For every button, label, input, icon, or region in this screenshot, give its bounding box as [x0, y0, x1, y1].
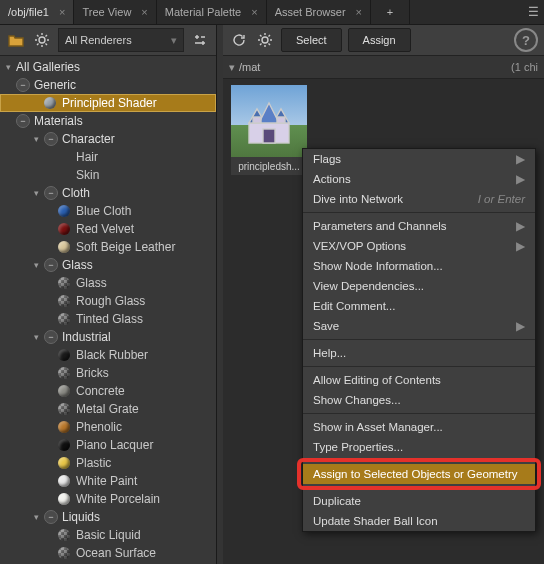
collapse-icon[interactable]: − [44, 510, 58, 524]
collapse-icon[interactable]: − [44, 132, 58, 146]
menu-item[interactable]: Actions▶ [303, 169, 535, 189]
tree-item[interactable]: Metal Grate [0, 400, 216, 418]
menu-item[interactable]: Help... [303, 343, 535, 363]
menu-separator [303, 339, 535, 340]
tree-group[interactable]: ▾−Liquids [0, 508, 216, 526]
tab[interactable]: /obj/file1× [0, 0, 74, 24]
tree-item[interactable]: Tinted Glass [0, 310, 216, 328]
menu-item[interactable]: Show Node Information... [303, 256, 535, 276]
open-folder-icon[interactable] [6, 30, 26, 50]
filter-toggle-icon[interactable] [190, 30, 210, 50]
submenu-arrow-icon: ▶ [516, 319, 525, 333]
tree-item[interactable]: Bricks [0, 364, 216, 382]
material-swatch-icon [44, 97, 56, 109]
tree-item[interactable]: Plastic [0, 454, 216, 472]
material-swatch-icon [58, 547, 70, 559]
tree-label: Metal Grate [76, 402, 139, 416]
assign-button[interactable]: Assign [348, 28, 411, 52]
svg-rect-7 [253, 117, 261, 123]
tree-item[interactable]: Blue Cloth [0, 202, 216, 220]
tree-item[interactable]: Piano Lacquer [0, 436, 216, 454]
tree-group[interactable]: −Materials [0, 112, 216, 130]
menu-item[interactable]: Duplicate [303, 491, 535, 511]
menu-item[interactable]: Edit Comment... [303, 296, 535, 316]
tree-group[interactable]: ▾−Cloth [0, 184, 216, 202]
tree-item[interactable]: Glass [0, 274, 216, 292]
add-tab-button[interactable]: + [371, 0, 410, 24]
tree-item[interactable]: Skin [0, 166, 216, 184]
menu-item[interactable]: Assign to Selected Objects or Geometry [303, 464, 535, 484]
tree-item[interactable]: Soft Beige Leather [0, 238, 216, 256]
material-swatch-icon [58, 475, 70, 487]
tree-group[interactable]: ▾−Industrial [0, 328, 216, 346]
tree-label: Piano Lacquer [76, 438, 153, 452]
tree-group[interactable]: ▾−Glass [0, 256, 216, 274]
path-bar[interactable]: ▾ /mat (1 chi [223, 56, 544, 79]
renderers-dropdown[interactable]: All Renderers ▾ [58, 28, 184, 52]
menu-item[interactable]: Flags▶ [303, 149, 535, 169]
tree-label: White Porcelain [76, 492, 160, 506]
close-icon[interactable]: × [356, 6, 362, 18]
menu-item[interactable]: Type Properties... [303, 437, 535, 457]
gear-icon[interactable] [32, 30, 52, 50]
castle-icon [231, 85, 307, 157]
tree-group[interactable]: −Generic [0, 76, 216, 94]
node-thumbnail[interactable]: principledsh... [231, 85, 307, 175]
tree-item[interactable]: Phenolic [0, 418, 216, 436]
gear-icon[interactable] [255, 30, 275, 50]
help-icon[interactable]: ? [514, 28, 538, 52]
collapse-icon[interactable]: − [16, 114, 30, 128]
tree-item[interactable]: Hair [0, 148, 216, 166]
tree-label: Glass [76, 276, 107, 290]
right-toolbar: Select Assign ? [223, 25, 544, 56]
select-button[interactable]: Select [281, 28, 342, 52]
tree-label: Principled Shader [62, 96, 157, 110]
tree-item[interactable]: Ocean Surface [0, 544, 216, 562]
chevron-down-icon: ▾ [171, 34, 177, 47]
tree-root[interactable]: ▾All Galleries [0, 58, 216, 76]
material-swatch-icon [58, 385, 70, 397]
collapse-icon[interactable]: − [44, 330, 58, 344]
tab[interactable]: Asset Browser× [267, 0, 371, 24]
tree-label: Blue Cloth [76, 204, 131, 218]
menu-separator [303, 413, 535, 414]
tab-label: Asset Browser [275, 6, 346, 18]
close-icon[interactable]: × [251, 6, 257, 18]
tree-item[interactable]: Principled Shader [0, 94, 216, 112]
menu-item[interactable]: Save▶ [303, 316, 535, 336]
tree-item[interactable]: Concrete [0, 382, 216, 400]
tree-item[interactable]: Rough Glass [0, 292, 216, 310]
menu-item[interactable]: View Dependencies... [303, 276, 535, 296]
chevron-down-icon: ▾ [229, 61, 235, 74]
collapse-icon[interactable]: − [44, 258, 58, 272]
menu-item[interactable]: Allow Editing of Contents [303, 370, 535, 390]
menu-item-label: Assign to Selected Objects or Geometry [313, 468, 518, 480]
menu-item-label: View Dependencies... [313, 280, 424, 292]
tree-item[interactable]: Red Velvet [0, 220, 216, 238]
close-icon[interactable]: × [59, 6, 65, 18]
tree-group[interactable]: ▾−Character [0, 130, 216, 148]
menu-item[interactable]: Dive into NetworkI or Enter [303, 189, 535, 209]
collapse-icon[interactable]: − [16, 78, 30, 92]
collapse-icon[interactable]: − [44, 186, 58, 200]
menu-item[interactable]: Update Shader Ball Icon [303, 511, 535, 531]
tree-item[interactable]: Black Rubber [0, 346, 216, 364]
left-toolbar: All Renderers ▾ [0, 25, 216, 56]
svg-point-1 [262, 37, 268, 43]
tab[interactable]: Material Palette× [157, 0, 267, 24]
menu-item[interactable]: Parameters and Channels▶ [303, 216, 535, 236]
tree-item[interactable]: Basic Liquid [0, 526, 216, 544]
menu-item-label: Flags [313, 153, 341, 165]
tab[interactable]: Tree View× [74, 0, 156, 24]
tree-item[interactable]: White Porcelain [0, 490, 216, 508]
menu-item[interactable]: Show in Asset Manager... [303, 417, 535, 437]
refresh-icon[interactable] [229, 30, 249, 50]
menu-item[interactable]: VEX/VOP Options▶ [303, 236, 535, 256]
tree-label: Phenolic [76, 420, 122, 434]
tabstrip-menu-icon[interactable]: ☰ [522, 0, 544, 24]
close-icon[interactable]: × [141, 6, 147, 18]
tree-item[interactable]: White Paint [0, 472, 216, 490]
menu-item-label: Save [313, 320, 339, 332]
menu-item-label: Show Node Information... [313, 260, 443, 272]
menu-item[interactable]: Show Changes... [303, 390, 535, 410]
